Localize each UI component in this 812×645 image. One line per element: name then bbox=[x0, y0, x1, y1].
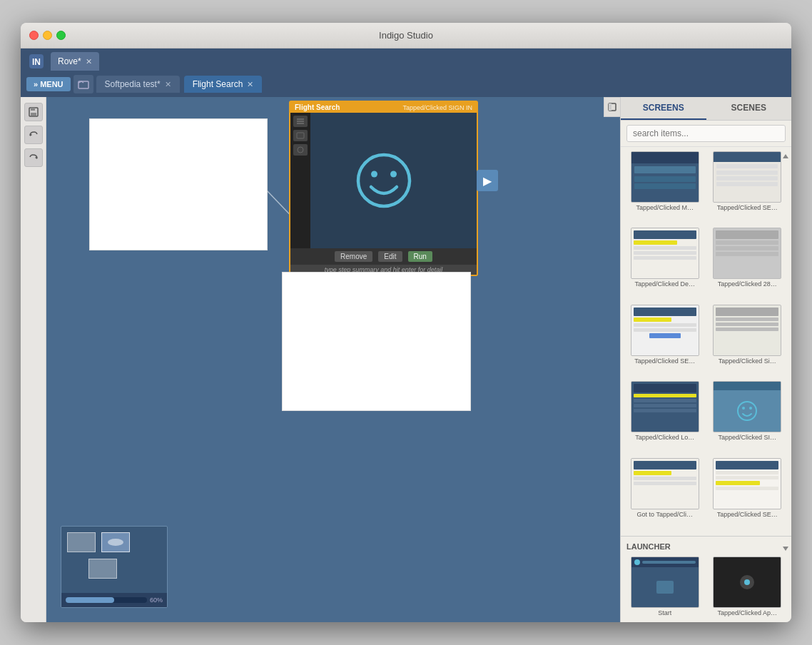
canvas-area[interactable]: Flight Search Tapped/Clicked SIGN IN bbox=[46, 97, 620, 622]
project-tab-row: IN Rove* ✕ bbox=[21, 49, 791, 71]
svg-point-23 bbox=[742, 407, 745, 410]
panel-toggle-button[interactable] bbox=[604, 97, 621, 117]
thumbnail-label-9: Got to Tapped/Cli… bbox=[637, 511, 693, 518]
popup-nav-icon-2[interactable] bbox=[293, 130, 308, 141]
edit-button[interactable]: Edit bbox=[378, 251, 402, 262]
save-button[interactable] bbox=[24, 103, 43, 121]
launcher-appstart-img bbox=[713, 557, 781, 608]
right-panel: SCREENS SCENES bbox=[620, 97, 791, 622]
thumbnail-item-8[interactable]: Tapped/Clicked SI… bbox=[708, 381, 788, 454]
maximize-button[interactable] bbox=[56, 31, 66, 40]
thumbnail-label-10: Tapped/Clicked SE… bbox=[717, 511, 778, 518]
tab-screens[interactable]: SCREENS bbox=[621, 97, 706, 120]
thumbnail-img-2 bbox=[713, 151, 781, 203]
remove-button[interactable]: Remove bbox=[335, 251, 372, 262]
svg-text:IN: IN bbox=[32, 57, 41, 67]
redo-button[interactable] bbox=[24, 148, 43, 167]
zoom-bar: 60% bbox=[61, 593, 167, 607]
svg-point-17 bbox=[371, 171, 377, 178]
scroll-up-indicator[interactable] bbox=[783, 154, 788, 158]
popup-breadcrumb: Tapped/Clicked SIGN IN bbox=[402, 104, 472, 111]
launcher-start[interactable]: Start bbox=[625, 557, 705, 616]
open-file-button[interactable] bbox=[73, 75, 93, 93]
main-window: Indigo Studio IN Rove* ✕ » MENU bbox=[21, 23, 791, 622]
launcher-label: LAUNCHER bbox=[625, 539, 787, 554]
launcher-appstart[interactable]: Tapped/Clicked Ap… bbox=[708, 557, 788, 616]
thumbnail-label-8: Tapped/Clicked SI… bbox=[718, 434, 776, 441]
screen-blank-bottom-right[interactable] bbox=[282, 272, 471, 411]
tab-rove-close[interactable]: ✕ bbox=[86, 57, 92, 66]
thumbnail-label-6: Tapped/Clicked Si… bbox=[719, 357, 776, 365]
launcher-appstart-label: Tapped/Clicked Ap… bbox=[717, 609, 777, 616]
zoom-fill bbox=[66, 597, 114, 603]
thumbnail-item-5[interactable]: Tapped/Clicked SE… bbox=[625, 305, 705, 378]
svg-rect-12 bbox=[297, 121, 304, 122]
popup-nav-strip bbox=[290, 113, 310, 248]
thumbnail-img-9 bbox=[631, 458, 699, 509]
tab-rove[interactable]: Rove* ✕ bbox=[51, 52, 99, 71]
active-screen-popup[interactable]: Flight Search Tapped/Clicked SIGN IN bbox=[289, 101, 478, 276]
thumbnail-label-2: Tapped/Clicked SE… bbox=[717, 204, 778, 211]
launcher-section: LAUNCHER bbox=[621, 536, 791, 622]
thumbnail-item-6[interactable]: Tapped/Clicked Si… bbox=[708, 305, 788, 378]
left-sidebar bbox=[21, 97, 46, 622]
svg-rect-4 bbox=[31, 108, 35, 111]
thumbnail-item-9[interactable]: Got to Tapped/Cli… bbox=[625, 458, 705, 532]
thumbnail-img-8 bbox=[713, 381, 781, 432]
thumbnail-img-1 bbox=[631, 151, 699, 203]
thumbnail-img-7 bbox=[631, 381, 699, 432]
svg-marker-7 bbox=[35, 156, 37, 159]
zoom-track bbox=[66, 597, 147, 603]
thumbnail-item-10[interactable]: Tapped/Clicked SE… bbox=[708, 458, 788, 532]
thumbnail-item-3[interactable]: Tapped/Clicked De… bbox=[625, 228, 705, 301]
mini-screen-2 bbox=[101, 532, 130, 552]
thumbnail-item-1[interactable]: Tapped/Clicked M… bbox=[625, 151, 705, 225]
close-button[interactable] bbox=[29, 31, 39, 40]
svg-point-18 bbox=[390, 171, 397, 178]
popup-screen-title: Flight Search bbox=[295, 103, 340, 111]
zoom-label: 60% bbox=[150, 596, 163, 604]
svg-rect-20 bbox=[609, 103, 611, 111]
svg-rect-5 bbox=[31, 113, 36, 116]
right-panel-tabs: SCREENS SCENES bbox=[621, 97, 791, 121]
launcher-start-label: Start bbox=[658, 609, 671, 616]
search-box-container bbox=[621, 121, 791, 147]
popup-right-arrow[interactable]: ▶ bbox=[477, 170, 498, 191]
subtab-softpedia[interactable]: Softpedia test* ✕ bbox=[96, 76, 180, 93]
run-button[interactable]: Run bbox=[408, 251, 432, 262]
subtab-flight-search[interactable]: Flight Search ✕ bbox=[184, 76, 263, 93]
subtab-softpedia-close[interactable]: ✕ bbox=[165, 80, 171, 89]
subtab-flight-search-close[interactable]: ✕ bbox=[247, 80, 253, 89]
thumbnail-img-6 bbox=[713, 305, 781, 356]
mini-screen-3 bbox=[88, 559, 117, 579]
scroll-down-indicator[interactable] bbox=[783, 547, 788, 551]
minimize-button[interactable] bbox=[43, 31, 52, 40]
title-bar: Indigo Studio bbox=[21, 23, 791, 49]
undo-button[interactable] bbox=[24, 126, 43, 144]
popup-nav-icon-1[interactable] bbox=[293, 116, 308, 127]
app-logo: IN bbox=[26, 51, 46, 71]
launcher-grid: Start Tapped/Clicked Ap… bbox=[625, 554, 787, 619]
thumbnail-item-7[interactable]: Tapped/Clicked Lo… bbox=[625, 381, 705, 454]
svg-rect-13 bbox=[297, 123, 304, 124]
menu-button[interactable]: » MENU bbox=[26, 77, 71, 91]
tab-scenes[interactable]: SCENES bbox=[706, 97, 792, 120]
mini-map[interactable]: 60% bbox=[61, 526, 168, 608]
thumbnail-label-1: Tapped/Clicked M… bbox=[636, 204, 694, 211]
thumbnail-img-10 bbox=[713, 458, 781, 509]
screen-blank-top-left[interactable] bbox=[89, 118, 268, 250]
svg-marker-25 bbox=[783, 547, 788, 551]
toolbar-row: » MENU Softpedia test* ✕ Flight Search ✕ bbox=[21, 71, 791, 97]
popup-nav-icon-3[interactable] bbox=[293, 144, 308, 156]
smiley-face-icon bbox=[352, 148, 416, 213]
svg-marker-6 bbox=[30, 133, 32, 136]
svg-rect-11 bbox=[297, 118, 304, 120]
svg-point-22 bbox=[738, 402, 756, 420]
thumbnail-item-2[interactable]: Tapped/Clicked SE… bbox=[708, 151, 788, 225]
thumbnail-item-4[interactable]: Tapped/Clicked 28… bbox=[708, 228, 788, 301]
thumbnail-label-7: Tapped/Clicked Lo… bbox=[635, 434, 694, 441]
popup-action-bar: Remove Edit Run bbox=[290, 248, 477, 265]
search-input[interactable] bbox=[626, 125, 786, 142]
svg-point-15 bbox=[298, 147, 303, 153]
mini-map-content bbox=[61, 527, 167, 587]
